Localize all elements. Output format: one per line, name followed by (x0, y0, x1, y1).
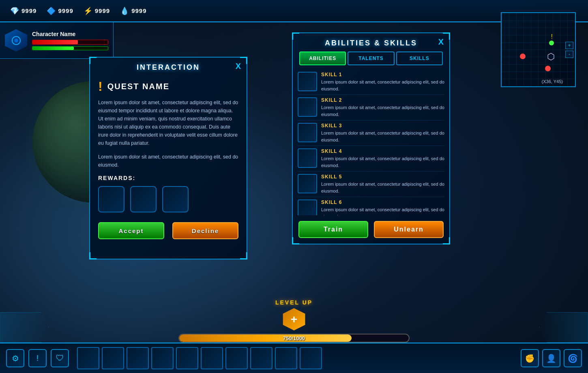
reward-slot-3 (162, 186, 189, 212)
skill-name-4: SKILL 4 (321, 148, 444, 154)
resource-item-crystal: 💎 9999 (10, 6, 36, 15)
reward-slot-2 (130, 186, 157, 212)
skill-desc-2: Lorem ipsum dolor sit amet, consectetur … (321, 104, 444, 118)
skill-icon-1 (298, 72, 317, 91)
energy-resource-icon: ⚡ (84, 6, 92, 15)
level-up-area: LEVEL UP + (275, 299, 313, 330)
resource-value-shield: 9999 (58, 7, 73, 14)
skill-text-6: SKILL 6 Lorem ipsum dolor sit amet, cons… (321, 199, 444, 215)
action-slot-5[interactable] (176, 347, 198, 369)
abilities-tabs: ABILITIES TALENTS SKILLS (293, 51, 449, 69)
skill-icon-5 (298, 174, 317, 193)
interaction-body: ! QUEST NAME Lorem ipsum dolor sit amet,… (90, 76, 247, 247)
corner-tl (89, 57, 97, 64)
skill-text-1: SKILL 1 Lorem ipsum dolor sit amet, cons… (321, 72, 444, 92)
skill-item-5[interactable]: SKILL 5 Lorem ipsum dolor sit amet, cons… (298, 171, 444, 197)
character-button[interactable]: 👤 (542, 349, 560, 367)
resource-bar: 💎 9999 🔷 9999 ⚡ 9999 💧 9999 (10, 6, 147, 15)
rewards-slots (98, 186, 238, 212)
corner-bl (89, 252, 97, 259)
abilities-corner-br (443, 237, 450, 244)
skill-item-2[interactable]: SKILL 2 Lorem ipsum dolor sit amet, cons… (298, 95, 444, 120)
interaction-close-button[interactable]: X (236, 62, 241, 71)
xp-text: 750/1000 (179, 334, 409, 342)
minimap-coords: (X36, Y45) (542, 79, 563, 84)
minimap-zoom-in[interactable]: + (565, 42, 573, 49)
resource-value-energy: 9999 (95, 7, 110, 14)
decline-button[interactable]: Decline (172, 222, 238, 239)
avatar (5, 29, 27, 51)
skill-item-3[interactable]: SKILL 3 Lorem ipsum dolor sit amet, cons… (298, 120, 444, 146)
level-up-button[interactable]: + (283, 308, 305, 330)
minimap-dot-green (549, 41, 554, 45)
skill-desc-3: Lorem ipsum dolor sit amet, consectetur … (321, 130, 444, 143)
minimap-dot-red-2 (545, 66, 551, 71)
top-hud: 💎 9999 🔷 9999 ⚡ 9999 💧 9999 (0, 0, 588, 22)
train-button[interactable]: Train (298, 221, 368, 238)
quest-exclamation-icon: ! (98, 80, 103, 93)
character-name: Character Name (32, 31, 108, 37)
bottom-hud: ⚙ ! 🛡 ✊ 👤 🌀 (0, 343, 588, 373)
corner-tr (240, 57, 247, 64)
abilities-corner-tr (443, 32, 450, 40)
abilities-close-button[interactable]: X (438, 37, 444, 47)
unlearn-button[interactable]: Unlearn (374, 221, 444, 238)
character-panel: Character Name (0, 22, 114, 59)
inventory-button[interactable]: 🛡 (51, 349, 69, 367)
svg-point-1 (14, 39, 18, 43)
skill-name-3: SKILL 3 (321, 123, 444, 129)
action-slot-10[interactable] (300, 347, 322, 369)
accept-button[interactable]: Accept (98, 222, 164, 239)
action-slot-7[interactable] (225, 347, 248, 369)
minimap-dot-red-1 (520, 54, 526, 59)
minimap-controls: + - (565, 42, 573, 58)
minimap-zoom-out[interactable]: - (565, 51, 573, 58)
skill-item-1[interactable]: SKILL 1 Lorem ipsum dolor sit amet, cons… (298, 69, 444, 95)
tab-skills[interactable]: SKILLS (396, 51, 443, 65)
skill-item-4[interactable]: SKILL 4 Lorem ipsum dolor sit amet, cons… (298, 146, 444, 171)
resource-value-crystal: 9999 (21, 7, 36, 14)
action-slot-6[interactable] (201, 347, 223, 369)
action-slot-3[interactable] (127, 347, 149, 369)
quest-description-1: Lorem ipsum dolor sit amet, consectetur … (98, 99, 238, 147)
tab-talents[interactable]: TALENTS (348, 51, 394, 65)
skills-list: SKILL 1 Lorem ipsum dolor sit amet, cons… (293, 69, 449, 215)
action-slot-2[interactable] (102, 347, 124, 369)
settings-button[interactable]: ⚙ (6, 349, 24, 367)
minimap-exclaim-marker: ! (551, 33, 553, 41)
action-slot-9[interactable] (275, 347, 297, 369)
skill-desc-5: Lorem ipsum dolor sit amet, consectetur … (321, 181, 444, 194)
skill-icon-6 (298, 199, 317, 215)
action-slot-1[interactable] (77, 347, 99, 369)
hex-edge-right (539, 312, 588, 343)
xp-bar-area: 750/1000 (178, 334, 410, 343)
skill-desc-6: Lorem ipsum dolor sit amet, consectetur … (321, 206, 444, 215)
resource-item-water: 💧 9999 (120, 6, 146, 15)
abilities-panel: ABILITIES & SKILLS X ABILITIES TALENTS S… (292, 32, 450, 244)
skill-text-4: SKILL 4 Lorem ipsum dolor sit amet, cons… (321, 148, 444, 169)
abilities-corner-tl (292, 32, 299, 40)
resource-item-shield: 🔷 9999 (47, 6, 73, 15)
action-slots (77, 347, 322, 369)
skill-text-5: SKILL 5 Lorem ipsum dolor sit amet, cons… (321, 174, 444, 194)
shield-resource-icon: 🔷 (47, 6, 56, 15)
quest-header: ! QUEST NAME (98, 80, 238, 93)
xp-bar-container: 750/1000 (178, 334, 410, 343)
interaction-title: INTERACTION (90, 58, 247, 76)
corner-br (240, 252, 247, 259)
crystal-icon: 💎 (10, 6, 19, 15)
tab-abilities[interactable]: ABILITIES (299, 51, 346, 65)
minimap-player-marker: ⬡ (547, 51, 555, 62)
minimap: ! ⬡ + - (X36, Y45) (501, 12, 576, 87)
quest-log-button[interactable]: ! (28, 349, 47, 367)
skill-desc-1: Lorem ipsum dolor sit amet, consectetur … (321, 79, 444, 92)
quest-description-2: Lorem ipsum dolor sit amet, consectetur … (98, 153, 238, 169)
skill-desc-4: Lorem ipsum dolor sit amet, consectetur … (321, 155, 444, 169)
resource-item-energy: ⚡ 9999 (84, 6, 110, 15)
skill-item-6[interactable]: SKILL 6 Lorem ipsum dolor sit amet, cons… (298, 197, 444, 215)
action-slot-8[interactable] (250, 347, 273, 369)
action-slot-4[interactable] (151, 347, 174, 369)
skill-text-2: SKILL 2 Lorem ipsum dolor sit amet, cons… (321, 97, 444, 118)
combat-button[interactable]: ✊ (521, 349, 539, 367)
abilities-button[interactable]: 🌀 (564, 349, 582, 367)
